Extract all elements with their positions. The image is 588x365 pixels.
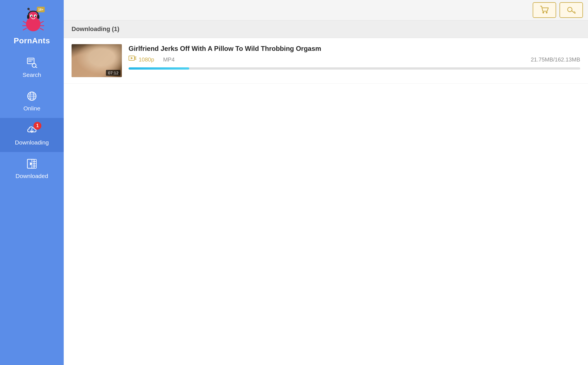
logo-area: 18+ PornAnts — [0, 0, 64, 51]
progress-bar-fill — [129, 67, 189, 70]
main-content: Downloading (1) 07:12 Girlfriend Jerks O… — [64, 0, 588, 365]
svg-line-17 — [40, 28, 44, 30]
sidebar-item-search-label: Search — [23, 72, 41, 78]
svg-line-45 — [135, 57, 136, 57]
svg-marker-44 — [131, 57, 133, 59]
item-info: Girlfriend Jerks Off With A Pillow To Wi… — [129, 44, 580, 70]
app-logo: 18+ — [18, 7, 46, 35]
sidebar-item-downloaded[interactable]: Downloaded — [0, 152, 64, 186]
svg-point-5 — [35, 16, 36, 17]
sidebar-item-search[interactable]: Search — [0, 51, 64, 84]
video-thumbnail: 07:12 — [72, 44, 122, 77]
video-title: Girlfriend Jerks Off With A Pillow To Wi… — [129, 44, 580, 53]
svg-point-37 — [542, 12, 544, 13]
cart-button[interactable] — [533, 2, 556, 18]
format-label: MP4 — [163, 56, 175, 63]
progress-bar-bg — [129, 67, 580, 70]
sidebar-item-online-label: Online — [23, 105, 41, 112]
sidebar-item-downloading[interactable]: 1 Downloading — [0, 118, 64, 152]
svg-line-41 — [574, 11, 575, 12]
svg-point-4 — [31, 16, 32, 17]
svg-point-1 — [28, 12, 38, 22]
svg-line-47 — [135, 59, 136, 60]
quality-icon — [129, 56, 136, 63]
sidebar-item-downloaded-label: Downloaded — [16, 173, 48, 179]
top-bar — [64, 0, 588, 20]
video-duration: 07:12 — [106, 70, 120, 76]
key-button[interactable] — [559, 2, 583, 18]
quality-label: 1080p — [139, 56, 154, 63]
section-header: Downloading (1) — [64, 20, 588, 38]
section-title: Downloading (1) — [72, 25, 119, 32]
svg-line-24 — [35, 67, 37, 68]
svg-point-38 — [546, 12, 547, 13]
size-label: 21.75MB/162.13MB — [531, 56, 580, 63]
item-meta: 1080p MP4 21.75MB/162.13MB — [129, 56, 580, 63]
video-quality: 1080p — [129, 56, 154, 63]
downloaded-icon — [26, 158, 37, 171]
svg-point-39 — [568, 7, 572, 12]
search-icon — [26, 57, 37, 70]
table-row: 07:12 Girlfriend Jerks Off With A Pillow… — [64, 38, 588, 84]
svg-line-42 — [575, 12, 575, 13]
svg-rect-19 — [37, 15, 39, 19]
online-icon — [26, 91, 37, 103]
svg-text:18+: 18+ — [38, 8, 44, 11]
sidebar-item-online[interactable]: Online — [0, 84, 64, 118]
app-title: PornAnts — [14, 36, 50, 45]
sidebar: 18+ PornAnts — [0, 0, 64, 365]
sidebar-item-downloading-label: Downloading — [15, 139, 49, 146]
svg-point-8 — [27, 8, 30, 10]
svg-rect-18 — [27, 15, 29, 19]
downloading-badge: 1 — [34, 122, 41, 130]
download-list: 07:12 Girlfriend Jerks Off With A Pillow… — [64, 38, 588, 365]
svg-line-14 — [23, 28, 27, 30]
